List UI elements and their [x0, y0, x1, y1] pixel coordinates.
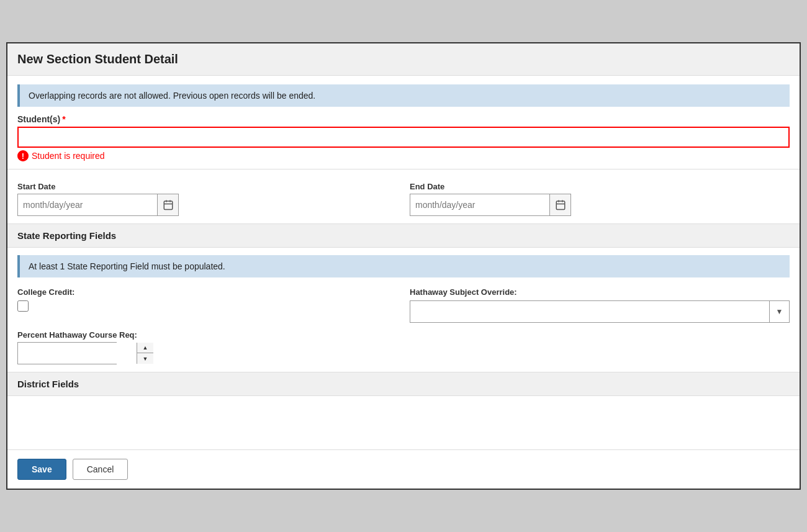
- end-date-field: End Date: [410, 182, 790, 216]
- divider-1: [7, 169, 800, 169]
- footer-area: Save Cancel: [7, 449, 800, 489]
- calendar-icon: [163, 199, 174, 210]
- page-title: New Section Student Detail: [7, 43, 800, 76]
- spinner-down-button[interactable]: ▼: [137, 353, 153, 364]
- dropdown-arrow-icon: ▼: [769, 301, 789, 322]
- error-text: Student is required: [32, 151, 105, 161]
- overlap-banner: Overlapping records are not allowed. Pre…: [17, 84, 790, 107]
- hathaway-subject-col: Hathaway Subject Override: ▼: [410, 287, 790, 323]
- required-star: *: [62, 114, 65, 124]
- college-credit-label: College Credit:: [17, 287, 397, 297]
- end-date-input[interactable]: [410, 194, 549, 215]
- percent-hathaway-label: Percent Hathaway Course Req:: [17, 330, 790, 340]
- start-date-label: Start Date: [17, 182, 397, 191]
- students-label: Student(s) *: [17, 114, 790, 124]
- end-date-calendar-button[interactable]: [549, 194, 570, 215]
- content-area: Overlapping records are not allowed. Pre…: [7, 76, 800, 449]
- district-fields-area: [17, 404, 790, 441]
- start-date-calendar-button[interactable]: [157, 194, 178, 215]
- state-reporting-message: At least 1 State Reporting Field must be…: [29, 261, 225, 271]
- percent-hathaway-field-group: Percent Hathaway Course Req: ▲ ▼: [17, 330, 790, 364]
- two-col-row-1: College Credit: Hathaway Subject Overrid…: [17, 287, 790, 323]
- state-reporting-banner: At least 1 State Reporting Field must be…: [17, 255, 790, 277]
- spinner-up-button[interactable]: ▲: [137, 343, 153, 353]
- page-container: New Section Student Detail Overlapping r…: [6, 42, 801, 490]
- start-date-wrapper: [17, 194, 179, 216]
- cancel-button[interactable]: Cancel: [73, 459, 128, 480]
- state-reporting-header: State Reporting Fields: [7, 223, 800, 248]
- hathaway-subject-select[interactable]: [410, 301, 769, 322]
- hathaway-subject-dropdown-wrapper: ▼: [410, 300, 790, 323]
- date-row: Start Date End Date: [17, 182, 790, 216]
- overlap-message: Overlapping records are not allowed. Pre…: [29, 91, 315, 101]
- svg-rect-0: [164, 201, 173, 210]
- student-error: ! Student is required: [17, 150, 790, 161]
- students-input[interactable]: [17, 127, 790, 148]
- spinner-buttons: ▲ ▼: [137, 343, 153, 364]
- percent-hathaway-input[interactable]: [18, 343, 137, 364]
- college-credit-checkbox-wrapper: [17, 300, 397, 312]
- students-field-group: Student(s) * ! Student is required: [17, 114, 790, 161]
- error-icon: !: [17, 150, 29, 161]
- hathaway-subject-label: Hathaway Subject Override:: [410, 287, 790, 297]
- end-date-label: End Date: [410, 182, 790, 191]
- svg-rect-4: [556, 201, 565, 210]
- district-fields-header: District Fields: [7, 372, 800, 396]
- start-date-input[interactable]: [18, 194, 157, 215]
- save-button[interactable]: Save: [17, 459, 66, 480]
- calendar-icon-end: [555, 199, 566, 210]
- start-date-field: Start Date: [17, 182, 397, 216]
- college-credit-checkbox[interactable]: [17, 300, 29, 312]
- end-date-wrapper: [410, 194, 571, 216]
- percent-hathaway-spinner-wrapper: ▲ ▼: [17, 342, 117, 364]
- college-credit-col: College Credit:: [17, 287, 397, 323]
